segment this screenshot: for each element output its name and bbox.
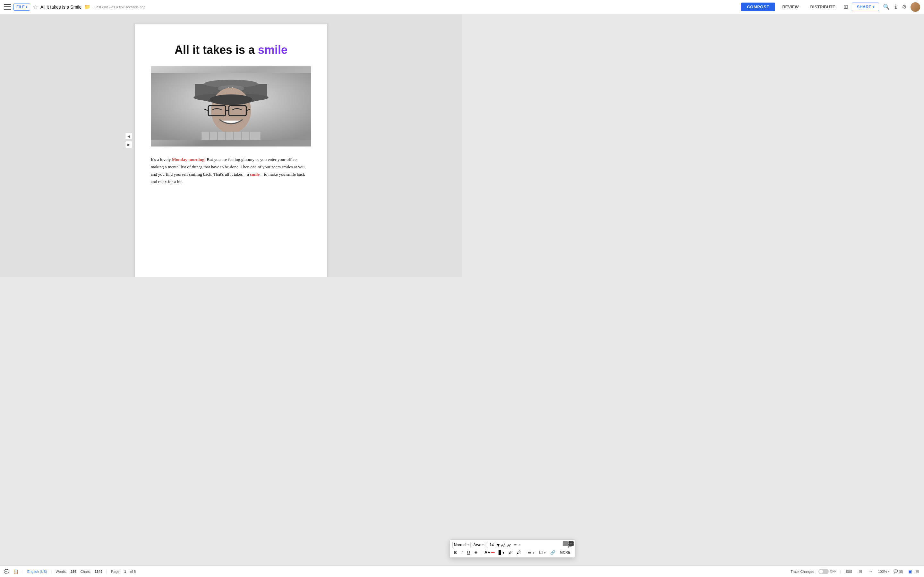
hamburger-menu[interactable] bbox=[4, 3, 11, 11]
folder-icon[interactable]: 📁 bbox=[84, 4, 90, 10]
page-controls: ◀ ▶ bbox=[125, 133, 132, 148]
page-right-control[interactable]: ▶ bbox=[125, 141, 132, 148]
document-body-paragraph[interactable]: It's a lovely Monday morning! But you ar… bbox=[151, 156, 311, 185]
photo-background: bok bbox=[151, 66, 311, 147]
title-plain-text: All it takes is a bbox=[174, 43, 258, 56]
file-label: FILE bbox=[16, 5, 25, 9]
document-photo: bok bbox=[151, 66, 311, 147]
document-title: All it takes is a Smile bbox=[40, 5, 81, 10]
last-edit-status: Last edit was a few seconds ago bbox=[94, 5, 145, 9]
svg-point-14 bbox=[210, 95, 252, 105]
file-menu-button[interactable]: FILE ▾ bbox=[13, 3, 30, 11]
file-chevron-icon: ▾ bbox=[26, 5, 27, 9]
svg-rect-15 bbox=[202, 132, 260, 140]
document-wrapper: ◀ ▶ All it takes is a smile bbox=[135, 24, 327, 268]
body-text-monday: Monday morning! bbox=[172, 157, 206, 162]
body-text-smile-inline: smile bbox=[250, 172, 260, 177]
body-text-intro: It's a lovely bbox=[151, 157, 172, 162]
title-accent-word: smile bbox=[258, 43, 288, 56]
topbar: FILE ▾ ☆ All it takes is a Smile 📁 Last … bbox=[0, 0, 462, 14]
favorite-star-icon[interactable]: ☆ bbox=[33, 3, 38, 11]
photo-svg: bok bbox=[151, 66, 311, 147]
document-body: All it takes is a smile bbox=[135, 24, 327, 277]
page-left-control[interactable]: ◀ bbox=[125, 133, 132, 140]
main-area: ◀ ▶ All it takes is a smile bbox=[0, 14, 462, 277]
document-title-heading: All it takes is a smile bbox=[151, 43, 311, 57]
